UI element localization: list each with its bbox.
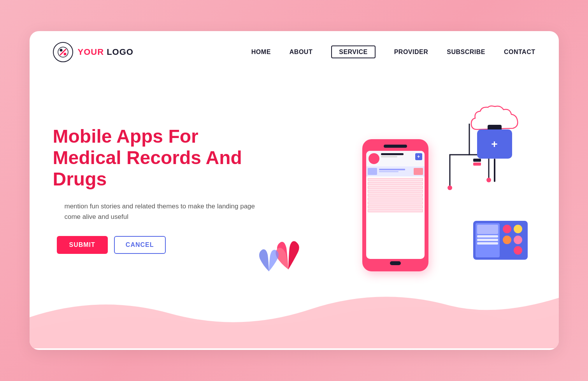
nav-links: HOME ABOUT SERVICE PROVIDER SUBSCRIBE CO… <box>251 49 535 56</box>
tray-pills <box>501 223 525 257</box>
connector-line <box>494 159 495 182</box>
phone-image-row <box>366 166 425 177</box>
phone-avatar <box>369 153 379 164</box>
table-row-3 <box>368 186 423 189</box>
hero-description: mention fun stories and related themes t… <box>65 201 255 222</box>
pill-6 <box>514 246 522 255</box>
nav-item-subscribe[interactable]: SUBSCRIBE <box>447 49 485 56</box>
table-row-7 <box>368 201 423 204</box>
wave-decoration <box>30 278 559 350</box>
table-row-4 <box>368 190 423 193</box>
pill-5 <box>503 246 511 255</box>
svg-point-1 <box>60 49 62 52</box>
tray-line2 <box>477 239 498 241</box>
table-row-2 <box>368 182 423 185</box>
phone-table <box>366 177 425 259</box>
kit-handle <box>488 125 502 129</box>
svg-point-2 <box>63 53 66 56</box>
logo-icon <box>53 42 73 62</box>
phone-info-bar2 <box>381 156 397 157</box>
phone-device: + <box>362 139 428 271</box>
phone-cross-icon: + <box>415 153 422 160</box>
phone-thumb2 <box>414 168 423 175</box>
kit-box: + <box>477 129 512 159</box>
nav-item-service[interactable]: SERVICE <box>331 49 375 56</box>
nav-item-contact[interactable]: CONTACT <box>504 49 535 56</box>
svg-point-4 <box>448 185 452 190</box>
tray-line1 <box>477 235 498 238</box>
pill-3 <box>503 236 511 244</box>
phone-header-info <box>381 153 414 164</box>
logo-text: YOUR LOGO <box>78 47 133 57</box>
tray-info <box>476 223 500 257</box>
table-row-5 <box>368 194 423 197</box>
hero-content: Mobile Apps For Medical Records And Drug… <box>53 126 255 254</box>
pill-1 <box>503 225 511 233</box>
logo-area: YOUR LOGO <box>53 42 133 62</box>
tray-line3 <box>477 242 498 245</box>
nav-item-home[interactable]: HOME <box>251 49 271 56</box>
phone-screen: + <box>366 151 425 259</box>
pill-4 <box>514 236 522 244</box>
phone-header: + <box>366 151 425 166</box>
phone-home-button <box>390 261 401 265</box>
navbar: YOUR LOGO HOME ABOUT SERVICE PROVIDER SU… <box>30 31 559 73</box>
phone-info-bar1 <box>381 153 404 155</box>
main-container: YOUR LOGO HOME ABOUT SERVICE PROVIDER SU… <box>30 31 559 350</box>
hero-illustration: + <box>255 85 535 295</box>
button-group: SUBMIT CANCEL <box>57 236 255 254</box>
usb-connector <box>473 159 481 166</box>
phone-notch <box>384 145 407 148</box>
medical-kit: + <box>477 108 512 182</box>
phone-thumb1 <box>368 168 377 175</box>
hero-section: Mobile Apps For Medical Records And Drug… <box>30 73 559 299</box>
submit-button[interactable]: SUBMIT <box>57 236 108 254</box>
medicine-tray <box>473 221 528 260</box>
tray-box <box>473 221 528 260</box>
kit-cross-icon: + <box>491 139 497 150</box>
nav-item-about[interactable]: ABOUT <box>290 49 312 56</box>
tray-image <box>477 225 498 234</box>
kit-container: + <box>477 129 512 159</box>
plant2-icon <box>255 236 283 275</box>
phone-thumb-text <box>378 168 412 175</box>
cancel-button[interactable]: CANCEL <box>114 236 166 254</box>
nav-item-provider[interactable]: PROVIDER <box>394 49 428 56</box>
table-row-9 <box>368 209 423 212</box>
hero-title: Mobile Apps For Medical Records And Drug… <box>53 126 255 190</box>
table-row-6 <box>368 197 423 201</box>
phone-body: + <box>362 139 428 271</box>
pill-2 <box>514 225 522 233</box>
table-row-1 <box>368 178 423 181</box>
table-row-8 <box>368 205 423 208</box>
